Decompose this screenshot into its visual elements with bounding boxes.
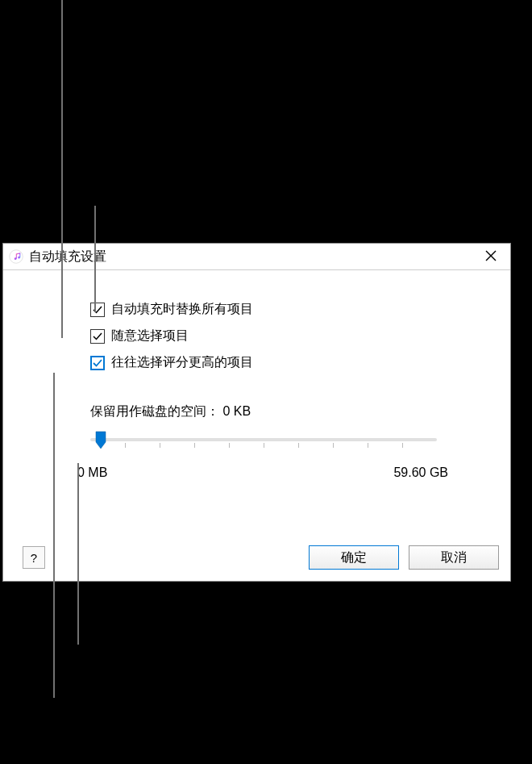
itunes-icon	[8, 248, 24, 265]
checkbox-higher-rating[interactable]	[90, 356, 105, 370]
checkbox-row-random: 随意选择项目	[90, 328, 510, 344]
checkbox-label: 自动填充时替换所有项目	[111, 301, 253, 318]
dialog-content: 自动填充时替换所有项目 随意选择项目 往往选择评分更高的项目 保留用作磁盘的空间…	[3, 270, 510, 480]
autofill-settings-dialog: 自动填充设置 自动填充时替换所有项目	[2, 243, 511, 582]
slider-track-wrap	[90, 438, 437, 441]
slider-max-label: 59.60 GB	[393, 465, 448, 480]
cancel-button-label: 取消	[441, 549, 467, 566]
slider-thumb[interactable]	[95, 431, 106, 450]
slider-min-label: 0 MB	[77, 465, 107, 480]
ok-button[interactable]: 确定	[309, 545, 399, 570]
titlebar: 自动填充设置	[3, 244, 510, 270]
slider-label-prefix: 保留用作磁盘的空间：	[90, 404, 219, 418]
checkbox-label: 往往选择评分更高的项目	[111, 354, 253, 371]
cancel-button[interactable]: 取消	[409, 545, 499, 570]
slider-label: 保留用作磁盘的空间： 0 KB	[90, 403, 510, 420]
close-icon	[485, 250, 497, 264]
checkbox-replace-all[interactable]	[90, 303, 105, 317]
callout-line-3	[77, 463, 79, 645]
close-button[interactable]	[472, 244, 510, 270]
checkbox-random[interactable]	[90, 329, 105, 344]
checkmark-icon	[93, 358, 102, 368]
checkbox-row-higher-rating: 往往选择评分更高的项目	[90, 354, 510, 371]
slider-range-labels: 0 MB 59.60 GB	[77, 465, 448, 480]
checkbox-label: 随意选择项目	[111, 328, 189, 344]
slider-value: 0 KB	[222, 404, 251, 418]
ok-button-label: 确定	[341, 549, 367, 566]
help-button[interactable]: ?	[23, 546, 45, 569]
help-icon: ?	[31, 551, 37, 565]
reserve-space-section: 保留用作磁盘的空间： 0 KB	[84, 403, 510, 480]
callout-line-1	[61, 0, 63, 338]
checkbox-row-replace-all: 自动填充时替换所有项目	[90, 301, 510, 318]
callout-line-4	[53, 373, 55, 698]
checkmark-icon	[93, 332, 102, 341]
reserve-space-slider[interactable]	[90, 438, 437, 441]
button-row: ? 确定 取消	[3, 545, 510, 570]
callout-line-2	[94, 206, 96, 312]
